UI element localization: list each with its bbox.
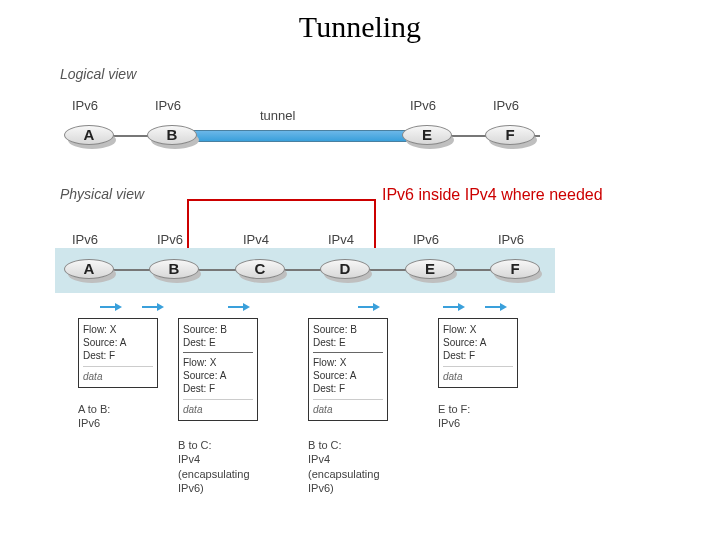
node-physical-e: E bbox=[405, 259, 453, 287]
packet-data: data bbox=[183, 399, 253, 416]
svg-marker-7 bbox=[373, 303, 380, 311]
caption-bc: B to C: IPv4 (encapsulating IPv6) bbox=[178, 438, 250, 495]
node-letter: E bbox=[405, 259, 455, 279]
node-logical-e: E bbox=[402, 125, 450, 153]
caption-line: (encapsulating bbox=[308, 467, 380, 481]
packet-data: data bbox=[443, 366, 513, 383]
node-letter: D bbox=[320, 259, 370, 279]
caption-line: IPv6 bbox=[438, 416, 470, 430]
packet-outer-dst: Dest: E bbox=[313, 336, 383, 349]
node-letter: F bbox=[490, 259, 540, 279]
node-letter: E bbox=[402, 125, 452, 145]
caption-line: B to C: bbox=[178, 438, 250, 452]
packet-ab: Flow: X Source: A Dest: F data bbox=[78, 318, 158, 388]
proto-physical-a: IPv6 bbox=[72, 232, 98, 247]
node-physical-c: C bbox=[235, 259, 283, 287]
node-logical-a: A bbox=[64, 125, 112, 153]
packet-outer-src: Source: B bbox=[183, 323, 253, 336]
proto-logical-b: IPv6 bbox=[155, 98, 181, 113]
packet-bc: Source: B Dest: E Flow: X Source: A Dest… bbox=[178, 318, 258, 421]
node-logical-b: B bbox=[147, 125, 195, 153]
packet-inner-flow: Flow: X bbox=[313, 356, 383, 369]
proto-logical-a: IPv6 bbox=[72, 98, 98, 113]
packet-dst: Dest: F bbox=[83, 349, 153, 362]
node-letter: A bbox=[64, 259, 114, 279]
svg-marker-1 bbox=[115, 303, 122, 311]
caption-line: IPv4 bbox=[308, 452, 380, 466]
node-letter: B bbox=[147, 125, 197, 145]
svg-marker-3 bbox=[157, 303, 164, 311]
caption-line: B to C: bbox=[308, 438, 380, 452]
node-physical-d: D bbox=[320, 259, 368, 287]
arrow-icon bbox=[485, 297, 507, 305]
packet-inner-src: Source: A bbox=[183, 369, 253, 382]
packet-outer-dst: Dest: E bbox=[183, 336, 253, 349]
proto-physical-d: IPv4 bbox=[328, 232, 354, 247]
svg-marker-5 bbox=[243, 303, 250, 311]
caption-line: E to F: bbox=[438, 402, 470, 416]
arrow-icon bbox=[358, 297, 380, 305]
proto-logical-f: IPv6 bbox=[493, 98, 519, 113]
packet-inner-flow: Flow: X bbox=[183, 356, 253, 369]
node-letter: A bbox=[64, 125, 114, 145]
node-physical-b: B bbox=[149, 259, 197, 287]
caption-line: IPv6) bbox=[308, 481, 380, 495]
proto-logical-e: IPv6 bbox=[410, 98, 436, 113]
caption-ab: A to B: IPv6 bbox=[78, 402, 110, 431]
arrow-icon bbox=[228, 297, 250, 305]
caption-ef: E to F: IPv6 bbox=[438, 402, 470, 431]
packet-data: data bbox=[313, 399, 383, 416]
node-letter: F bbox=[485, 125, 535, 145]
packet-outer-src: Source: B bbox=[313, 323, 383, 336]
svg-marker-9 bbox=[458, 303, 465, 311]
caption-line: A to B: bbox=[78, 402, 110, 416]
caption-line: (encapsulating bbox=[178, 467, 250, 481]
packet-bc2: Source: B Dest: E Flow: X Source: A Dest… bbox=[308, 318, 388, 421]
node-logical-f: F bbox=[485, 125, 533, 153]
arrow-icon bbox=[443, 297, 465, 305]
arrow-icon bbox=[100, 297, 122, 305]
packet-ef: Flow: X Source: A Dest: F data bbox=[438, 318, 518, 388]
label-logical-view: Logical view bbox=[60, 66, 136, 82]
node-letter: C bbox=[235, 259, 285, 279]
packet-dst: Dest: F bbox=[443, 349, 513, 362]
page-title: Tunneling bbox=[0, 0, 720, 44]
node-letter: B bbox=[149, 259, 199, 279]
packet-inner-src: Source: A bbox=[313, 369, 383, 382]
packet-flow: Flow: X bbox=[443, 323, 513, 336]
tunnel-graphic bbox=[180, 130, 422, 142]
proto-physical-f: IPv6 bbox=[498, 232, 524, 247]
caption-line: IPv6) bbox=[178, 481, 250, 495]
packet-inner-dst: Dest: F bbox=[183, 382, 253, 395]
label-physical-view: Physical view bbox=[60, 186, 144, 202]
caption-line: IPv4 bbox=[178, 452, 250, 466]
node-physical-f: F bbox=[490, 259, 538, 287]
packet-src: Source: A bbox=[443, 336, 513, 349]
packet-data: data bbox=[83, 366, 153, 383]
proto-physical-e: IPv6 bbox=[413, 232, 439, 247]
packet-src: Source: A bbox=[83, 336, 153, 349]
proto-physical-b: IPv6 bbox=[157, 232, 183, 247]
arrow-icon bbox=[142, 297, 164, 305]
proto-physical-c: IPv4 bbox=[243, 232, 269, 247]
caption-bc2: B to C: IPv4 (encapsulating IPv6) bbox=[308, 438, 380, 495]
packet-flow: Flow: X bbox=[83, 323, 153, 336]
node-physical-a: A bbox=[64, 259, 112, 287]
tunnel-label: tunnel bbox=[260, 108, 295, 123]
packet-inner-dst: Dest: F bbox=[313, 382, 383, 395]
annotation-text: IPv6 inside IPv4 where needed bbox=[382, 186, 603, 204]
caption-line: IPv6 bbox=[78, 416, 110, 430]
svg-marker-11 bbox=[500, 303, 507, 311]
